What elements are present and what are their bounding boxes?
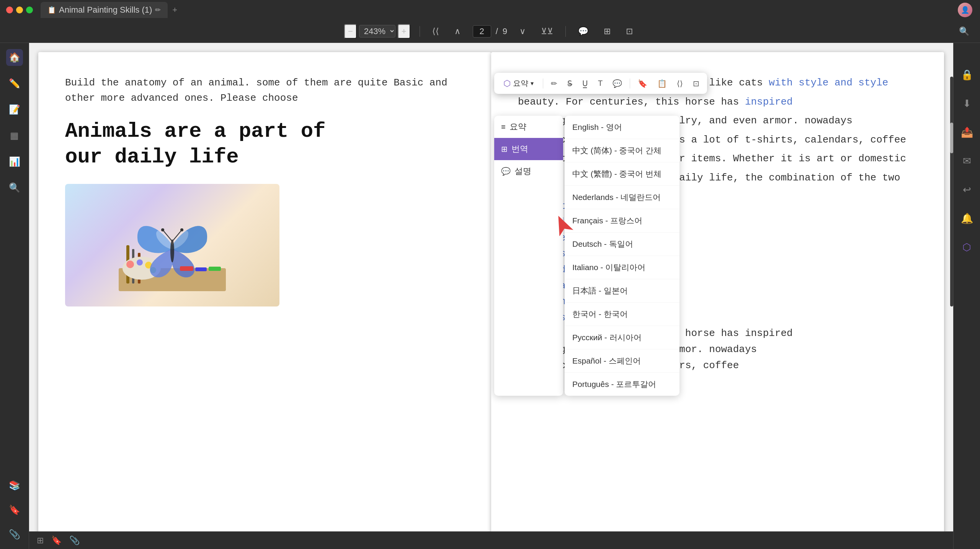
annotation-comment-icon[interactable]: 💬 — [610, 77, 624, 90]
dropdown-overlay: ≡ 요약 ⊞ 번역 💬 설명 English - 영어 中文 (简体) - 중국… — [494, 116, 679, 396]
total-pages: 9 — [503, 26, 507, 36]
translate-icon: ⊞ — [501, 144, 508, 154]
annotation-pen-icon[interactable]: ✏ — [549, 77, 560, 90]
search-button[interactable]: 🔍 — [956, 25, 972, 38]
lang-de[interactable]: Deutsch - 독일어 — [565, 233, 679, 256]
annotation-underline-icon[interactable]: U̲ — [580, 77, 590, 90]
annotation-grid-icon[interactable]: ⊡ — [691, 77, 702, 90]
right-sidebar-undo-icon[interactable]: ↩ — [960, 181, 974, 199]
status-bar: ⊞ 🔖 📎 — [29, 531, 953, 549]
status-layers-icon[interactable]: ⊞ — [37, 536, 44, 546]
butterfly-illustration — [119, 199, 226, 291]
sidebar-item-bookmark[interactable]: 🔖 — [6, 501, 23, 518]
cursor-arrow-indicator — [551, 213, 574, 238]
next-page-button[interactable]: ∨ — [516, 25, 529, 38]
close-button[interactable] — [6, 7, 13, 13]
scrollbar-track — [950, 77, 953, 306]
tab-title: Animal Painting Skills (1) — [59, 5, 152, 15]
page-right: Egyptian art celebrates animals like cat… — [491, 52, 944, 540]
last-page-button[interactable]: ⊻⊻ — [538, 25, 556, 38]
right-sidebar-apps-icon[interactable]: ⬡ — [959, 238, 974, 256]
toolbar-divider-2 — [565, 26, 566, 37]
sidebar-item-search[interactable]: 🔍 — [6, 179, 23, 196]
main-toolbar: − 243% 100% 150% 200% + ⟨⟨ ∧ / 9 ∨ ⊻⊻ 💬 … — [0, 20, 980, 43]
summary-label: 요약 — [510, 121, 526, 133]
svg-rect-16 — [209, 267, 221, 271]
svg-rect-14 — [180, 266, 193, 271]
annotation-toolbar: ⬡ 요약 ▾ ✏ S̶ U̲ T 💬 🔖 📋 ⟨⟩ ⊡ — [494, 73, 707, 94]
lang-zh-cn[interactable]: 中文 (简体) - 중국어 간체 — [565, 139, 679, 162]
sidebar-item-home[interactable]: 🏠 — [6, 49, 23, 66]
lang-zh-tw[interactable]: 中文 (繁體) - 중국어 번체 — [565, 162, 679, 186]
zoom-select[interactable]: 243% 100% 150% 200% — [359, 25, 395, 38]
avatar[interactable]: 👤 — [958, 3, 972, 17]
comment-button[interactable]: 💬 — [575, 25, 591, 38]
sidebar-item-library[interactable]: 📚 — [6, 477, 23, 494]
annotation-bookmark-icon[interactable]: 🔖 — [635, 77, 650, 90]
active-tab[interactable]: 📋 Animal Painting Skills (1) ✏ — [41, 2, 168, 18]
annotation-mode-label: 요약 — [513, 78, 528, 88]
zoom-area: − 243% 100% 150% 200% + — [344, 24, 410, 39]
right-sidebar-download-icon[interactable]: ⬇ — [960, 95, 974, 113]
annotation-dropdown-icon[interactable]: ▾ — [531, 80, 534, 87]
new-tab-button[interactable]: + — [172, 5, 177, 15]
right-sidebar: 🔒 ⬇ 📤 ✉ ↩ 🔔 ⬡ — [953, 43, 980, 549]
summary-icon: ≡ — [501, 123, 506, 131]
toolbar-divider-1 — [420, 26, 420, 37]
right-sidebar-mail-icon[interactable]: ✉ — [960, 152, 974, 170]
action-menu: ≡ 요약 ⊞ 번역 💬 설명 — [494, 116, 563, 396]
svg-rect-15 — [195, 267, 207, 271]
annotation-clipboard-icon[interactable]: 📋 — [655, 77, 669, 90]
annotation-code-icon[interactable]: ⟨⟩ — [675, 77, 685, 90]
lang-it[interactable]: Italiano - 이탈리아어 — [565, 256, 679, 279]
scrollbar-thumb[interactable] — [950, 123, 953, 153]
minimize-button[interactable] — [16, 7, 23, 13]
first-page-button[interactable]: ⟨⟨ — [429, 25, 442, 38]
action-translate[interactable]: ⊞ 번역 — [494, 138, 563, 160]
toolbar-right-actions: 🔍 — [956, 25, 972, 38]
ann-divider-2 — [630, 79, 630, 88]
svg-point-11 — [161, 228, 164, 231]
annotation-text-icon[interactable]: T — [596, 77, 605, 90]
status-bookmark-icon[interactable]: 🔖 — [51, 536, 62, 546]
lang-ko[interactable]: 한국어 - 한국어 — [565, 303, 679, 326]
language-menu: English - 영어 中文 (简体) - 중국어 간체 中文 (繁體) - … — [565, 116, 679, 396]
action-explain[interactable]: 💬 설명 — [494, 160, 563, 182]
sidebar-item-grid[interactable]: ▦ — [6, 127, 23, 144]
view-button[interactable]: ⊞ — [601, 25, 614, 38]
content-area: Build the anatomy of an animal. some of … — [29, 43, 953, 549]
title-bar: 📋 Animal Painting Skills (1) ✏ + 👤 — [0, 0, 980, 20]
prev-page-button[interactable]: ∧ — [451, 25, 464, 38]
right-sidebar-lock-icon[interactable]: 🔒 — [958, 66, 976, 84]
annotation-summary-button[interactable]: ⬡ 요약 ▾ — [500, 76, 537, 91]
page-heading: Animals are a part ofour daily life — [65, 118, 464, 170]
explain-icon: 💬 — [501, 167, 511, 176]
lang-ru[interactable]: Русский - 러시아어 — [565, 326, 679, 349]
right-line-1b: with style and style — [769, 77, 888, 88]
lang-ja[interactable]: 日本語 - 일본어 — [565, 279, 679, 303]
lang-es[interactable]: Español - 스페인어 — [565, 349, 679, 373]
page-number-input[interactable] — [473, 25, 491, 38]
zoom-out-button[interactable]: − — [344, 24, 357, 39]
maximize-button[interactable] — [26, 7, 33, 13]
right-line-2b: inspired — [745, 96, 793, 108]
right-sidebar-notify-icon[interactable]: 🔔 — [958, 210, 976, 228]
spread-button[interactable]: ⊡ — [623, 25, 636, 38]
sidebar-item-chart[interactable]: 📊 — [6, 153, 23, 170]
page-navigation: / 9 — [473, 25, 507, 38]
action-summary[interactable]: ≡ 요약 — [494, 116, 563, 138]
lang-fr[interactable]: Français - 프랑스어 — [565, 209, 679, 233]
sidebar-item-attachment[interactable]: 📎 — [6, 526, 23, 543]
status-attachment-icon[interactable]: 📎 — [69, 536, 80, 546]
zoom-in-button[interactable]: + — [398, 24, 410, 39]
lang-english[interactable]: English - 영어 — [565, 116, 679, 139]
sidebar-item-notes[interactable]: 📝 — [6, 101, 23, 118]
svg-point-6 — [137, 259, 143, 265]
tab-edit-icon[interactable]: ✏ — [155, 6, 161, 14]
lang-pt[interactable]: Português - 포르투갈어 — [565, 373, 679, 396]
sidebar-item-edit[interactable]: ✏️ — [6, 75, 23, 92]
lang-nl[interactable]: Nederlands - 네덜란드어 — [565, 186, 679, 209]
annotation-strikethrough-icon[interactable]: S̶ — [565, 77, 575, 90]
left-sidebar: 🏠 ✏️ 📝 ▦ 📊 🔍 📚 🔖 📎 — [0, 43, 29, 549]
right-sidebar-share-icon[interactable]: 📤 — [958, 123, 976, 141]
